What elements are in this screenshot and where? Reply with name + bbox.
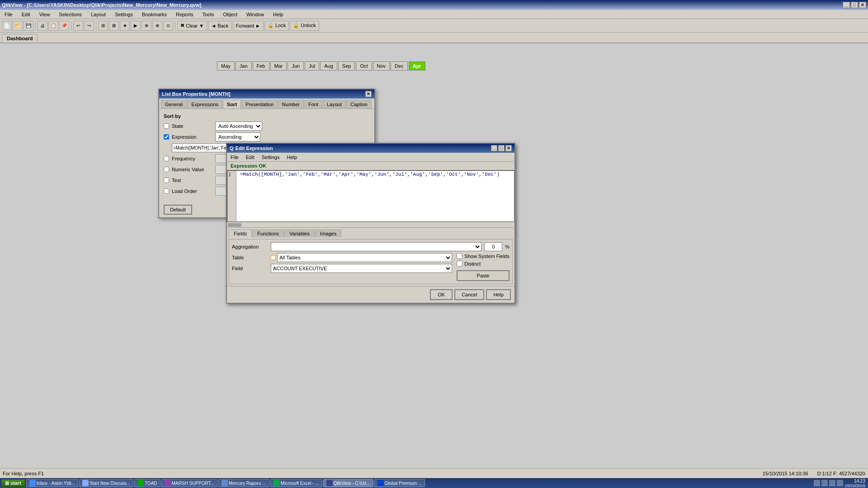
menu-settings[interactable]: Settings xyxy=(112,11,136,18)
taskbar-inbox[interactable]: Inbox - Askin.Yldi... xyxy=(26,479,78,487)
toolbar-copy[interactable]: 📋 xyxy=(48,21,58,31)
aggregation-select[interactable] xyxy=(271,242,481,251)
back-btn[interactable]: ◄ Back xyxy=(208,21,231,31)
toolbar-redo[interactable]: ↪ xyxy=(84,21,94,31)
state-checkbox[interactable] xyxy=(164,123,169,129)
clear-btn[interactable]: ✖ Clear ▼ xyxy=(177,21,207,31)
month-apr[interactable]: Apr xyxy=(409,61,425,70)
toolbar-b7[interactable]: ⊙ xyxy=(163,21,173,31)
month-sep[interactable]: Sep xyxy=(338,61,355,70)
unlock-btn[interactable]: 🔓 Unlock xyxy=(290,21,319,31)
lock-btn[interactable]: 🔒 Lock xyxy=(264,21,289,31)
table-select[interactable]: All Tables xyxy=(277,253,452,262)
listbox-dialog-close[interactable]: ✕ xyxy=(365,91,372,97)
tab-images[interactable]: Images xyxy=(315,230,341,237)
default-button[interactable]: Default xyxy=(164,205,192,215)
menu-help[interactable]: Help xyxy=(270,11,286,18)
help-button[interactable]: Help xyxy=(486,289,511,300)
tab-functions[interactable]: Functions xyxy=(252,230,284,237)
text-checkbox[interactable] xyxy=(164,178,169,183)
minimize-btn[interactable]: _ xyxy=(843,2,850,8)
tab-general[interactable]: General xyxy=(161,100,187,108)
month-jun[interactable]: Jun xyxy=(288,61,304,70)
expr-scrollbar[interactable] xyxy=(227,222,514,227)
edit-expr-minimize[interactable]: _ xyxy=(491,145,497,151)
expr-menu-settings[interactable]: Settings xyxy=(260,154,282,161)
month-jul[interactable]: Jul xyxy=(305,61,319,70)
menu-view[interactable]: View xyxy=(37,11,53,18)
month-oct[interactable]: Oct xyxy=(356,61,372,70)
taskbar-global[interactable]: Global Premium ... xyxy=(374,479,425,487)
taskbar-marsh[interactable]: MARSH SUPPORT... xyxy=(161,479,217,487)
tab-variables[interactable]: Variables xyxy=(284,230,315,237)
numeric-checkbox[interactable] xyxy=(164,167,169,172)
expr-menu-help[interactable]: Help xyxy=(285,154,299,161)
tab-number[interactable]: Number xyxy=(278,100,304,108)
cancel-button[interactable]: Cancel xyxy=(454,289,484,300)
menu-file[interactable]: File xyxy=(2,11,15,18)
toolbar-open[interactable]: 📂 xyxy=(13,21,23,31)
frequency-checkbox[interactable] xyxy=(164,156,169,161)
tab-layout[interactable]: Layout xyxy=(323,100,346,108)
expression-checkbox[interactable] xyxy=(164,134,169,140)
tab-presentation[interactable]: Presentation xyxy=(241,100,278,108)
toolbar-undo[interactable]: ↩ xyxy=(73,21,83,31)
taskbar-mercury[interactable]: Mercury Raporu ... xyxy=(218,479,269,487)
menu-selections[interactable]: Selections xyxy=(56,11,85,18)
menu-reports[interactable]: Reports xyxy=(173,11,196,18)
tab-sort[interactable]: Sort xyxy=(223,100,241,108)
menu-window[interactable]: Window xyxy=(244,11,267,18)
toolbar-new[interactable]: 📄 xyxy=(2,21,12,31)
tab-dashboard[interactable]: Dashboard xyxy=(2,34,38,42)
menu-layout[interactable]: Layout xyxy=(88,11,108,18)
expression-textarea[interactable]: =Match([MONTH],'Jan','Feb','Mar','Apr','… xyxy=(227,171,514,221)
edit-expression-dialog: Q Edit Expression _ □ ✕ File Edit Settin… xyxy=(226,143,515,304)
maximize-btn[interactable]: □ xyxy=(851,2,858,8)
menu-edit[interactable]: Edit xyxy=(19,11,33,18)
ok-button[interactable]: OK xyxy=(430,289,453,300)
menu-object[interactable]: Object xyxy=(220,11,240,18)
taskbar-excel[interactable]: Microsoft Excel - ... xyxy=(270,479,322,487)
tab-caption[interactable]: Caption xyxy=(346,100,372,108)
month-aug[interactable]: Aug xyxy=(320,61,337,70)
toolbar-b6[interactable]: ⊗ xyxy=(152,21,162,31)
month-jan[interactable]: Jan xyxy=(236,61,252,70)
toolbar-b1[interactable]: ⊞ xyxy=(98,21,108,31)
loadorder-checkbox[interactable] xyxy=(164,188,169,194)
field-select[interactable]: ACCOUNT EXECUTIVE xyxy=(271,264,452,273)
taskbar-toad[interactable]: TOAD xyxy=(134,479,160,487)
menu-tools[interactable]: Tools xyxy=(199,11,217,18)
edit-expr-close[interactable]: ✕ xyxy=(505,145,512,151)
expression-select[interactable]: Ascending xyxy=(215,132,260,141)
start-button[interactable]: ⊞ start xyxy=(1,479,25,487)
expr-menu-edit[interactable]: Edit xyxy=(244,154,256,161)
toolbar-b3[interactable]: ★ xyxy=(120,21,130,31)
month-dec[interactable]: Dec xyxy=(391,61,408,70)
toolbar-print[interactable]: 🖨 xyxy=(38,21,47,31)
toolbar-b4[interactable]: ▶ xyxy=(131,21,141,31)
toolbar-b2[interactable]: ⊠ xyxy=(109,21,119,31)
taskbar-discuss[interactable]: Start New Discuss... xyxy=(79,479,133,487)
expr-menu-file[interactable]: File xyxy=(229,154,241,161)
forward-btn[interactable]: Forward ► xyxy=(233,21,264,31)
menu-bookmarks[interactable]: Bookmarks xyxy=(139,11,170,18)
month-may[interactable]: May xyxy=(217,61,235,70)
toolbar-save[interactable]: 💾 xyxy=(24,21,33,31)
paste-button[interactable]: Paste xyxy=(457,270,509,281)
close-btn[interactable]: ✕ xyxy=(859,2,866,8)
tab-font[interactable]: Font xyxy=(304,100,322,108)
taskbar-qlikview[interactable]: QlikView - C:\Us... xyxy=(323,479,373,487)
toolbar-paste[interactable]: 📌 xyxy=(59,21,69,31)
tab-fields[interactable]: Fields xyxy=(229,230,252,237)
edit-expr-maximize[interactable]: □ xyxy=(498,145,505,151)
month-feb[interactable]: Feb xyxy=(253,61,269,70)
show-system-fields-checkbox[interactable] xyxy=(457,253,462,259)
toolbar-b5[interactable]: ⊕ xyxy=(142,21,151,31)
state-select[interactable]: Auto Ascending xyxy=(215,122,262,131)
tab-expressions[interactable]: Expressions xyxy=(187,100,222,108)
month-mar[interactable]: Mar xyxy=(270,61,287,70)
distinct-checkbox[interactable] xyxy=(457,261,462,267)
scrollbar-thumb[interactable] xyxy=(228,223,241,227)
aggregation-pct-input[interactable] xyxy=(484,242,502,251)
month-nov[interactable]: Nov xyxy=(373,61,390,70)
